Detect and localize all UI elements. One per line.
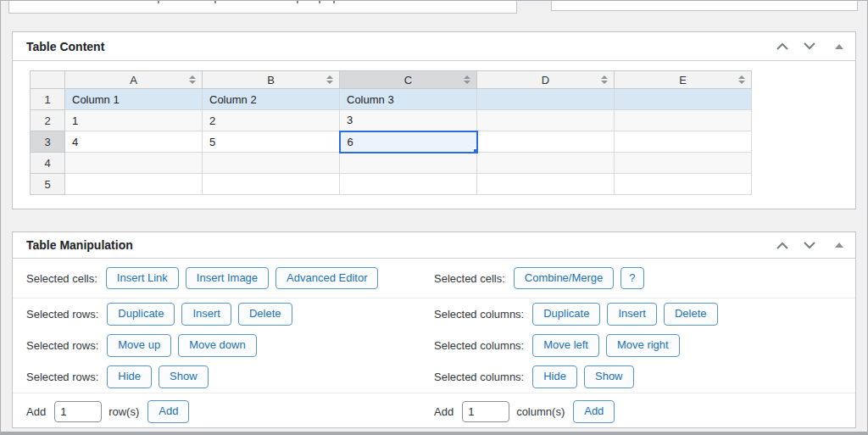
add-rows-button[interactable]: Add (147, 400, 189, 423)
hide-columns-button[interactable]: Hide (532, 365, 577, 388)
cropped-text-fragment (214, 0, 216, 3)
duplicate-insert-delete-row: Selected rows: Duplicate Insert Delete S… (26, 298, 842, 330)
grid-cell-C1[interactable]: Column 3 (340, 89, 477, 110)
delete-columns-button[interactable]: Delete (664, 303, 718, 326)
move-panel-up-icon[interactable] (776, 242, 789, 249)
grid-cell-E2[interactable] (615, 110, 752, 131)
row-header-1[interactable]: 1 (31, 89, 65, 110)
duplicate-columns-button[interactable]: Duplicate (532, 303, 600, 326)
row-header-4[interactable]: 4 (31, 153, 65, 174)
move-left-button[interactable]: Move left (532, 334, 599, 357)
add-rows-group: Add row(s) Add (26, 400, 434, 423)
grid-cell-A1[interactable]: Column 1 (65, 89, 203, 110)
column-header-label: C (404, 74, 412, 86)
grid-cell-C4[interactable] (340, 153, 477, 174)
sort-icon[interactable] (464, 75, 470, 84)
grid-cell-C2[interactable]: 3 (340, 110, 477, 131)
move-up-button[interactable]: Move up (107, 334, 171, 357)
grid-cell-D5[interactable] (477, 174, 615, 195)
grid-cell-D1[interactable] (477, 89, 615, 110)
grid-cell-B1[interactable]: Column 2 (203, 89, 340, 110)
move-panel-down-icon[interactable] (803, 42, 816, 50)
grid-cell-A4[interactable] (65, 153, 203, 174)
delete-rows-button[interactable]: Delete (238, 303, 292, 326)
column-header-E[interactable]: E (615, 71, 752, 89)
column-header-B[interactable]: B (203, 71, 340, 89)
grid-cell-E5[interactable] (615, 174, 752, 195)
advanced-editor-button[interactable]: Advanced Editor (275, 267, 378, 290)
selected-rows-label: Selected rows: (26, 371, 98, 383)
row-header-2[interactable]: 2 (31, 110, 65, 131)
selected-columns-label: Selected columns: (434, 339, 524, 352)
combine-merge-help-button[interactable]: ? (620, 267, 643, 290)
insert-rows-button[interactable]: Insert (181, 303, 231, 326)
grid-cell-A5[interactable] (65, 174, 203, 195)
move-down-button[interactable]: Move down (178, 334, 256, 357)
add-rows-count-input[interactable] (54, 401, 102, 422)
table-content-panel: Table Content A B C (12, 31, 856, 209)
panel-title: Table Content (26, 40, 104, 53)
sort-icon[interactable] (326, 75, 333, 84)
selected-cells-left: Selected cells: Insert Link Insert Image… (26, 267, 434, 290)
grid-cell-B3[interactable]: 5 (203, 131, 340, 153)
insert-image-button[interactable]: Insert Image (186, 267, 269, 290)
column-header-A[interactable]: A (65, 71, 203, 89)
cropped-panel-top-left (8, 0, 517, 14)
move-row: Selected rows: Move up Move down Selecte… (26, 330, 842, 361)
move-panel-down-icon[interactable] (803, 242, 816, 249)
selected-columns-right: Selected columns: Duplicate Insert Delet… (434, 303, 842, 326)
grid-cell-B2[interactable]: 2 (203, 110, 340, 131)
column-header-label: E (679, 74, 687, 86)
insert-columns-button[interactable]: Insert (607, 303, 657, 326)
add-columns-button[interactable]: Add (573, 400, 615, 423)
table-row: 5 (31, 174, 752, 195)
column-header-D[interactable]: D (477, 71, 615, 89)
grid-cell-E3[interactable] (615, 131, 752, 153)
grid-cell-E4[interactable] (615, 153, 752, 174)
add-columns-suffix: column(s) (516, 405, 565, 418)
selected-cells-label: Selected cells: (26, 272, 97, 285)
grid-cell-D2[interactable] (477, 110, 615, 131)
grid-cell-D3[interactable] (477, 131, 615, 153)
sort-icon[interactable] (189, 75, 196, 84)
grid-cell-C3-selected[interactable]: 6 (340, 131, 477, 153)
toggle-panel-icon[interactable] (835, 243, 843, 248)
grid-cell-C5[interactable] (340, 174, 477, 195)
grid-cell-D4[interactable] (477, 153, 615, 174)
grid-corner-cell[interactable] (31, 71, 65, 89)
grid-cell-B5[interactable] (203, 174, 340, 195)
grid-cell-B4[interactable] (203, 153, 340, 174)
sort-icon[interactable] (601, 75, 608, 84)
cropped-text-fragment (333, 0, 335, 3)
hide-show-row: Selected rows: Hide Show Selected column… (26, 361, 842, 393)
hide-rows-button[interactable]: Hide (107, 365, 152, 388)
add-columns-count-input[interactable] (462, 401, 509, 422)
move-right-button[interactable]: Move right (606, 334, 680, 357)
row-header-5[interactable]: 5 (31, 174, 65, 195)
manipulation-controls: Selected cells: Insert Link Insert Image… (13, 259, 855, 430)
grid-cell-E1[interactable] (615, 89, 752, 110)
cropped-panel-top-right (551, 0, 858, 11)
row-header-3[interactable]: 3 (31, 131, 65, 153)
toggle-panel-icon[interactable] (835, 44, 843, 49)
grid-cell-A3[interactable]: 4 (65, 131, 203, 153)
duplicate-rows-button[interactable]: Duplicate (107, 303, 175, 326)
add-rows-columns-row: Add row(s) Add Add column(s) Add (13, 393, 855, 430)
grid-cell-A2[interactable]: 1 (65, 110, 203, 131)
table-manipulation-header: Table Manipulation (13, 232, 855, 259)
add-columns-group: Add column(s) Add (434, 400, 842, 423)
spreadsheet: A B C D E (30, 70, 752, 195)
table-content-header: Table Content (13, 32, 855, 61)
selected-rows-left: Selected rows: Duplicate Insert Delete (26, 303, 434, 326)
sort-icon[interactable] (738, 75, 745, 84)
combine-merge-button[interactable]: Combine/Merge (514, 267, 615, 290)
move-panel-up-icon[interactable] (776, 42, 789, 50)
column-header-C[interactable]: C (340, 71, 477, 89)
insert-link-button[interactable]: Insert Link (106, 267, 179, 290)
table-row: 2 1 2 3 (31, 110, 752, 131)
panel-controls (776, 242, 843, 249)
show-rows-button[interactable]: Show (159, 365, 209, 388)
cell-fill-handle[interactable] (473, 148, 477, 153)
selected-columns-label: Selected columns: (434, 371, 524, 383)
show-columns-button[interactable]: Show (584, 365, 634, 388)
